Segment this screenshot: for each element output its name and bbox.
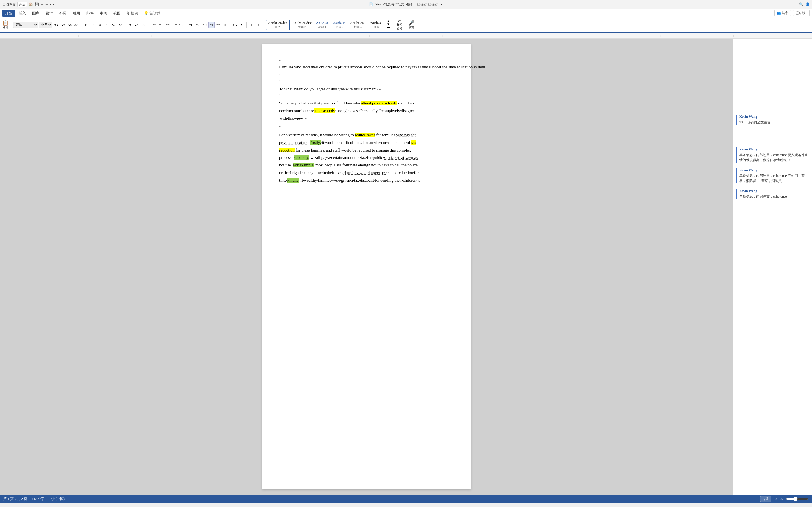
italic-btn[interactable]: I	[90, 22, 96, 28]
shrink-font-btn[interactable]: A▼	[60, 22, 66, 28]
font-size-select[interactable]: 小四	[39, 22, 52, 28]
indent-inc-btn[interactable]: ≡→	[178, 22, 185, 28]
title-bar-left: 自动保存 开启 🏠 💾 ↩ ↪ ···	[2, 2, 204, 7]
underline-btn[interactable]: U	[97, 22, 103, 28]
p2-secondly: Secondly,	[294, 155, 310, 160]
style-h3[interactable]: AaBbCcDI 标题 3	[348, 20, 367, 30]
language-indicator: 中文(中国)	[49, 497, 64, 501]
undo-icon[interactable]: ↩	[41, 2, 44, 7]
doc-main[interactable]: ↵ Families·who·send·their·children·to·pr…	[0, 39, 733, 495]
menu-layout[interactable]: 布局	[56, 10, 69, 17]
menu-bar: 开始 插入 图库 设计 布局 引用 邮件 审阅 视图 加载项 💡 告诉我 👥 共…	[0, 9, 812, 17]
comment-button[interactable]: 💬 批注	[793, 10, 810, 16]
menu-gallery[interactable]: 图库	[29, 10, 42, 17]
more-tools-icon[interactable]: ···	[50, 2, 54, 6]
p2-text12: or·fire·brigade·at·any·time·in·their·liv…	[279, 170, 345, 175]
profile-icon[interactable]: 👤	[806, 2, 810, 6]
comment-3: Kevin Wang 单条信息，内部连贯，coherence 不使用→警察，消防…	[736, 168, 809, 183]
comment-1-text: TA，明确的全文主旨	[739, 120, 809, 125]
font-name-select[interactable]: 宋体	[13, 22, 38, 28]
style-gallery-expand[interactable]: ▲▼▬	[385, 18, 391, 25]
p2-services: services·that·we·may	[384, 155, 418, 160]
auto-save-toggle[interactable]: 开启	[17, 2, 27, 7]
focus-btn[interactable]: 专注	[760, 496, 771, 502]
saved-status-text: 已保存	[428, 2, 438, 6]
menu-mailing[interactable]: 邮件	[84, 10, 96, 17]
multi-list-btn[interactable]: ≡≡	[165, 22, 171, 28]
p1-text1: Some·people·believe·that·parents·of·chil…	[279, 101, 361, 105]
zoom-slider[interactable]	[786, 497, 809, 501]
menu-references[interactable]: 引用	[70, 10, 83, 17]
sort-btn[interactable]: ↕A	[232, 22, 238, 28]
paste-button[interactable]: 📋 粘贴	[2, 20, 8, 30]
menu-view[interactable]: 视图	[110, 10, 123, 17]
clear-format-btn[interactable]: A✕	[73, 22, 80, 28]
comment-4-text: 单条信息，内部连贯，coherence	[739, 194, 809, 199]
p2-text14: this.·	[279, 178, 287, 182]
show-hide-btn[interactable]: ¶	[239, 22, 245, 28]
menu-design[interactable]: 设计	[43, 10, 56, 17]
comment-3-author: Kevin Wang	[739, 168, 809, 172]
p2-text7: ·would·be·required·to·manage·this·comple…	[340, 148, 411, 152]
saved-status: 已保存	[417, 2, 427, 6]
title-bar: 自动保存 开启 🏠 💾 ↩ ↪ ··· 📄 Simon雅思写作范文1-解析 已保…	[0, 0, 812, 9]
number-list-btn[interactable]: ≡1	[158, 22, 164, 28]
comment-icon: 💬	[796, 11, 800, 15]
p2-text13: ·a·tax·reduction·for	[388, 170, 419, 175]
indent-dec-btn[interactable]: ←≡	[171, 22, 177, 28]
style-h1[interactable]: AaBbCc 标题 1	[314, 20, 330, 30]
menu-review[interactable]: 审阅	[97, 10, 110, 17]
para-break-4: ↵	[279, 124, 454, 131]
dropdown-arrow-title[interactable]: ▼	[440, 3, 443, 6]
doc-icon: 📄	[369, 2, 373, 6]
bold-btn[interactable]: B	[83, 22, 89, 28]
case-btn[interactable]: Aa	[66, 22, 73, 28]
p2-text2: ·for·families·	[375, 133, 396, 137]
style-title[interactable]: AaBbCcI 标题	[368, 20, 385, 30]
style-no-space[interactable]: AaBbCcDdEe 无间距	[290, 20, 314, 30]
ribbon: 📋 粘贴 宋体 小四 A▲ A▼ Aa A✕ B I U S X₂ X² A	[0, 17, 812, 33]
p2-text3: .·	[307, 140, 309, 145]
highlight-btn[interactable]: 🖊	[134, 22, 140, 28]
align-justify-btn[interactable]: ≡J	[208, 22, 214, 28]
redo-icon[interactable]: ↪	[45, 2, 49, 7]
p2-text1: For·a·variety·of·reasons,·it·would·be·wr…	[279, 133, 355, 137]
line-spacing-btn[interactable]: ↕	[222, 22, 228, 28]
align-left-btn[interactable]: ≡L	[188, 22, 194, 28]
bullet-list-btn[interactable]: ≡•	[151, 22, 157, 28]
select-btn[interactable]: ▷	[255, 22, 261, 28]
p2-text4: ·it·would·be·difficult·to·calculate·the·…	[321, 140, 399, 145]
paragraph-1[interactable]: Some·people·believe·that·parents·of·chil…	[279, 100, 454, 122]
home-icon[interactable]: 🏠	[29, 2, 33, 6]
style-normal[interactable]: AaBbCcDdEe 正文	[266, 20, 290, 30]
align-right-btn[interactable]: ≡R	[202, 22, 208, 28]
paragraph-2[interactable]: For·a·variety·of·reasons,·it·would·be·wr…	[279, 131, 454, 184]
p1-thesis-bracket: Personally,·I·completely·disagree	[360, 108, 415, 113]
font-color-btn[interactable]: A	[127, 22, 133, 28]
char-shading-btn[interactable]: A	[140, 22, 147, 28]
dictate-btn[interactable]: 🎤 听写	[408, 20, 414, 30]
p2-text9: ·we·all·pay·a·certain·amount·of·tax·for·…	[309, 155, 384, 160]
question-paragraph[interactable]: To·what·extent·do·you·agree·or·disagree·…	[279, 86, 454, 93]
shape-btn[interactable]: ○	[248, 22, 255, 28]
search-icon[interactable]: 🔍	[799, 2, 803, 6]
superscript-btn[interactable]: X²	[117, 22, 123, 28]
menu-addins[interactable]: 加载项	[124, 10, 141, 17]
share-button[interactable]: 👥 共享	[774, 10, 791, 16]
comment-2: Kevin Wang 单条信息，内部连贯，coherence 要实现这件事情的难…	[736, 147, 809, 163]
comment-2-author: Kevin Wang	[739, 147, 809, 152]
menu-start[interactable]: 开始	[2, 10, 15, 17]
save-icon[interactable]: 💾	[35, 2, 39, 6]
menu-insert[interactable]: 插入	[16, 10, 29, 17]
menu-tellme[interactable]: 💡 告诉我	[141, 10, 163, 17]
zoom-level: 201%	[775, 497, 783, 501]
subscript-btn[interactable]: X₂	[110, 22, 116, 28]
align-center-btn[interactable]: ≡C	[195, 22, 201, 28]
grow-font-btn[interactable]: A▲	[53, 22, 59, 28]
topic-paragraph[interactable]: Families·who·send·their·children·to·priv…	[279, 63, 454, 78]
strikethrough-btn[interactable]: S	[103, 22, 110, 28]
para-break-3: ↵	[279, 93, 454, 100]
distribute-btn[interactable]: ≡≡	[215, 22, 221, 28]
style-gallery-btn[interactable]: 🗃 样式图格	[395, 18, 404, 31]
style-h2[interactable]: AaBbCcI 标题 2	[331, 20, 348, 30]
